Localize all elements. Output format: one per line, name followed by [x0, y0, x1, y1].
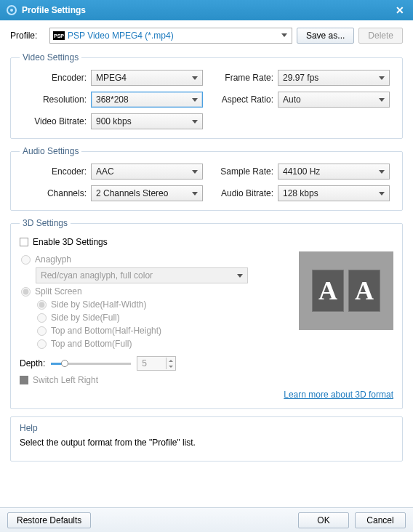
- chevron-down-icon: [192, 76, 198, 80]
- split-screen-radio: [21, 287, 31, 297]
- 3d-preview: A A: [299, 251, 393, 330]
- spinner-up-icon: [166, 358, 175, 363]
- spinner-down-icon: [166, 363, 175, 369]
- video-encoder-select[interactable]: MPEG4: [91, 70, 203, 86]
- audio-bitrate-select[interactable]: 128 kbps: [278, 185, 390, 201]
- samplerate-label: Sample Rate:: [206, 166, 278, 177]
- enable-3d-label: Enable 3D Settings: [33, 237, 108, 247]
- audio-legend: Audio Settings: [20, 146, 81, 156]
- switch-lr-label: Switch Left Right: [33, 375, 98, 385]
- anaglyph-label: Anaglyph: [35, 254, 71, 265]
- window-title: Profile Settings: [22, 5, 86, 15]
- save-as-button[interactable]: Save as...: [297, 28, 354, 44]
- enable-3d-checkbox[interactable]: [20, 238, 28, 246]
- tab-full-radio: [37, 339, 47, 349]
- switch-lr-checkbox: [20, 376, 28, 384]
- preview-left-a: A: [312, 270, 344, 312]
- restore-defaults-button[interactable]: Restore Defaults: [7, 512, 91, 528]
- audio-settings-group: Audio Settings Encoder: AAC Sample Rate:…: [10, 146, 403, 211]
- chevron-down-icon: [379, 192, 385, 196]
- help-text: Select the output format from the "Profi…: [20, 438, 393, 448]
- footer: Restore Defaults OK Cancel: [0, 507, 413, 532]
- chevron-down-icon: [379, 76, 385, 80]
- app-icon: [6, 4, 17, 16]
- learn-more-link[interactable]: Learn more about 3D format: [20, 390, 393, 400]
- chevron-down-icon: [379, 170, 385, 174]
- psp-icon: PSP: [53, 31, 65, 40]
- chevron-down-icon: [192, 120, 198, 124]
- audio-encoder-select[interactable]: AAC: [91, 164, 203, 180]
- ok-button[interactable]: OK: [298, 512, 349, 528]
- chevron-down-icon: [237, 274, 243, 278]
- resolution-label: Resolution:: [20, 94, 91, 105]
- chevron-down-icon: [192, 192, 198, 196]
- profile-select[interactable]: PSP PSP Video MPEG4 (*.mp4): [49, 28, 292, 44]
- audio-bitrate-label: Audio Bitrate:: [206, 188, 278, 198]
- aspect-select[interactable]: Auto: [278, 92, 390, 108]
- split-screen-label: Split Screen: [35, 286, 82, 297]
- close-icon[interactable]: ✕: [393, 3, 407, 17]
- profile-label: Profile:: [10, 31, 45, 41]
- preview-right-a: A: [348, 270, 380, 312]
- framerate-label: Frame Rate:: [206, 73, 278, 83]
- profile-value: PSP Video MPEG4 (*.mp4): [68, 31, 174, 41]
- aspect-label: Aspect Ratio:: [206, 94, 278, 105]
- depth-slider[interactable]: [51, 358, 131, 368]
- cancel-button[interactable]: Cancel: [355, 512, 406, 528]
- sbs-half-radio: [37, 300, 47, 310]
- anaglyph-select: Red/cyan anaglyph, full color: [36, 267, 248, 283]
- depth-label: Depth:: [20, 358, 45, 368]
- chevron-down-icon: [192, 98, 198, 102]
- chevron-down-icon: [379, 98, 385, 102]
- sbs-full-radio: [37, 313, 47, 323]
- channels-select[interactable]: 2 Channels Stereo: [91, 185, 203, 201]
- help-group: Help Select the output format from the "…: [10, 416, 403, 462]
- 3d-legend: 3D Settings: [20, 218, 71, 228]
- delete-button: Delete: [358, 28, 403, 44]
- help-legend: Help: [20, 423, 393, 433]
- 3d-settings-group: 3D Settings Enable 3D Settings Anaglyph …: [10, 218, 403, 409]
- audio-encoder-label: Encoder:: [20, 166, 91, 177]
- video-bitrate-select[interactable]: 900 kbps: [91, 113, 203, 129]
- video-settings-group: Video Settings Encoder: MPEG4 Frame Rate…: [10, 52, 403, 139]
- depth-spinner: 5: [137, 356, 176, 371]
- tab-half-radio: [37, 326, 47, 336]
- chevron-down-icon: [192, 170, 198, 174]
- channels-label: Channels:: [20, 188, 91, 198]
- samplerate-select[interactable]: 44100 Hz: [278, 164, 390, 180]
- chevron-down-icon: [281, 33, 287, 37]
- video-encoder-label: Encoder:: [20, 73, 91, 83]
- resolution-select[interactable]: 368*208: [91, 92, 203, 108]
- framerate-select[interactable]: 29.97 fps: [278, 70, 390, 86]
- anaglyph-radio: [21, 255, 31, 265]
- titlebar: Profile Settings ✕: [0, 0, 413, 20]
- video-legend: Video Settings: [20, 52, 81, 63]
- svg-point-1: [10, 9, 13, 12]
- video-bitrate-label: Video Bitrate:: [20, 116, 91, 126]
